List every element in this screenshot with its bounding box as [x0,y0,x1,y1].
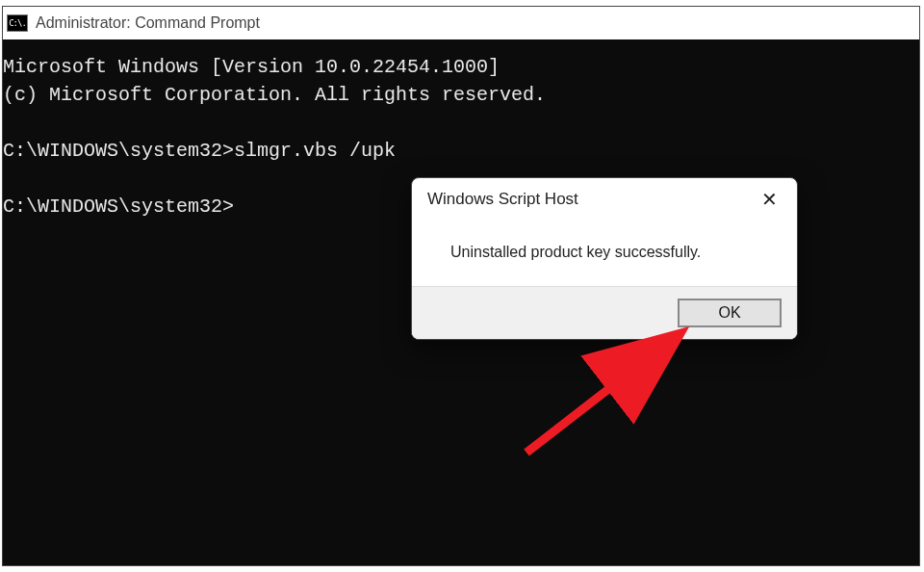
script-host-dialog: Windows Script Host ✕ Uninstalled produc… [411,177,798,340]
dialog-header[interactable]: Windows Script Host ✕ [412,178,797,217]
titlebar[interactable]: C:\. Administrator: Command Prompt [3,7,919,39]
dialog-title: Windows Script Host [427,190,578,209]
close-icon[interactable]: ✕ [754,188,785,211]
terminal-line: (c) Microsoft Corporation. All rights re… [3,84,546,106]
cmd-icon: C:\. [7,14,28,32]
terminal-prompt-current: C:\WINDOWS\system32> [3,195,234,218]
dialog-body: Uninstalled product key successfully. [412,217,797,286]
dialog-message: Uninstalled product key successfully. [450,244,701,260]
window-title: Administrator: Command Prompt [36,14,260,32]
dialog-footer: OK [412,286,797,339]
cmd-icon-text: C:\. [9,18,26,28]
terminal-line: Microsoft Windows [Version 10.0.22454.10… [3,56,500,78]
terminal-prompt: C:\WINDOWS\system32>slmgr.vbs /upk [3,140,396,162]
ok-button[interactable]: OK [678,299,782,327]
